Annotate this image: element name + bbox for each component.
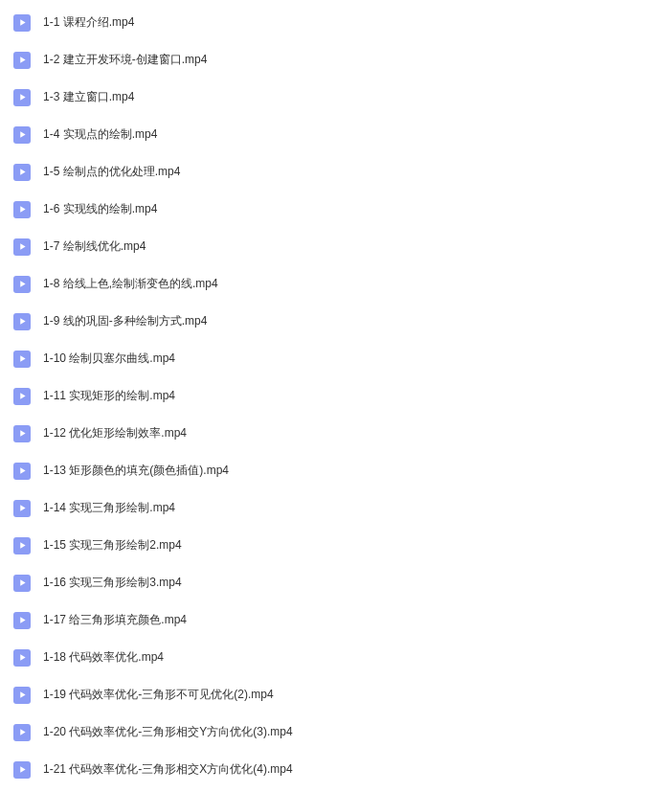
video-file-icon [13, 126, 31, 144]
video-file-icon [13, 612, 31, 629]
file-name-label: 1-11 实现矩形的绘制.mp4 [43, 388, 175, 404]
file-name-label: 1-7 绘制线优化.mp4 [43, 238, 146, 255]
file-item[interactable]: 1-13 矩形颜色的填充(颜色插值).mp4 [0, 452, 672, 489]
file-name-label: 1-4 实现点的绘制.mp4 [43, 126, 157, 143]
video-file-icon [13, 52, 31, 69]
video-file-icon [13, 500, 31, 517]
file-item[interactable]: 1-10 绘制贝塞尔曲线.mp4 [0, 340, 672, 377]
video-file-icon [13, 351, 31, 368]
file-item[interactable]: 1-11 实现矩形的绘制.mp4 [0, 377, 672, 415]
file-name-label: 1-19 代码效率优化-三角形不可见优化(2).mp4 [43, 687, 274, 703]
file-name-label: 1-20 代码效率优化-三角形相交Y方向优化(3).mp4 [43, 724, 293, 740]
video-file-icon [13, 575, 31, 592]
file-item[interactable]: 1-6 实现线的绘制.mp4 [0, 191, 672, 228]
video-file-icon [13, 89, 31, 106]
file-name-label: 1-16 实现三角形绘制3.mp4 [43, 575, 182, 591]
file-name-label: 1-13 矩形颜色的填充(颜色插值).mp4 [43, 463, 229, 479]
file-item[interactable]: 1-12 优化矩形绘制效率.mp4 [0, 415, 672, 452]
video-file-icon [13, 276, 31, 293]
file-item[interactable]: 1-9 线的巩固-多种绘制方式.mp4 [0, 303, 672, 340]
file-item[interactable]: 1-2 建立开发环境-创建窗口.mp4 [0, 41, 672, 79]
file-item[interactable]: 1-21 代码效率优化-三角形相交X方向优化(4).mp4 [0, 751, 672, 788]
video-file-icon [13, 761, 31, 779]
file-item[interactable]: 1-17 给三角形填充颜色.mp4 [0, 601, 672, 639]
file-item[interactable]: 1-16 实现三角形绘制3.mp4 [0, 564, 672, 601]
file-item[interactable]: 1-3 建立窗口.mp4 [0, 79, 672, 116]
video-file-icon [13, 388, 31, 405]
file-name-label: 1-9 线的巩固-多种绘制方式.mp4 [43, 313, 207, 329]
file-list: 1-1 课程介绍.mp41-2 建立开发环境-创建窗口.mp41-3 建立窗口.… [0, 4, 672, 788]
file-name-label: 1-5 绘制点的优化处理.mp4 [43, 164, 180, 180]
file-item[interactable]: 1-5 绘制点的优化处理.mp4 [0, 153, 672, 191]
file-name-label: 1-1 课程介绍.mp4 [43, 14, 134, 31]
file-item[interactable]: 1-4 实现点的绘制.mp4 [0, 116, 672, 153]
video-file-icon [13, 425, 31, 442]
video-file-icon [13, 463, 31, 480]
file-item[interactable]: 1-18 代码效率优化.mp4 [0, 639, 672, 676]
video-file-icon [13, 724, 31, 741]
file-name-label: 1-2 建立开发环境-创建窗口.mp4 [43, 52, 207, 68]
file-name-label: 1-10 绘制贝塞尔曲线.mp4 [43, 351, 175, 367]
file-item[interactable]: 1-19 代码效率优化-三角形不可见优化(2).mp4 [0, 676, 672, 713]
file-name-label: 1-8 给线上色,绘制渐变色的线.mp4 [43, 276, 218, 292]
video-file-icon [13, 687, 31, 704]
video-file-icon [13, 14, 31, 32]
video-file-icon [13, 201, 31, 218]
video-file-icon [13, 649, 31, 667]
video-file-icon [13, 537, 31, 554]
file-name-label: 1-14 实现三角形绘制.mp4 [43, 500, 175, 516]
file-item[interactable]: 1-20 代码效率优化-三角形相交Y方向优化(3).mp4 [0, 713, 672, 751]
file-name-label: 1-15 实现三角形绘制2.mp4 [43, 537, 182, 554]
file-name-label: 1-21 代码效率优化-三角形相交X方向优化(4).mp4 [43, 761, 293, 778]
file-item[interactable]: 1-15 实现三角形绘制2.mp4 [0, 527, 672, 564]
file-item[interactable]: 1-7 绘制线优化.mp4 [0, 228, 672, 265]
file-name-label: 1-6 实现线的绘制.mp4 [43, 201, 157, 217]
file-item[interactable]: 1-8 给线上色,绘制渐变色的线.mp4 [0, 265, 672, 303]
file-name-label: 1-3 建立窗口.mp4 [43, 89, 134, 105]
file-name-label: 1-18 代码效率优化.mp4 [43, 649, 164, 666]
video-file-icon [13, 313, 31, 330]
file-item[interactable]: 1-14 实现三角形绘制.mp4 [0, 489, 672, 527]
video-file-icon [13, 164, 31, 181]
file-item[interactable]: 1-1 课程介绍.mp4 [0, 4, 672, 41]
video-file-icon [13, 238, 31, 256]
file-name-label: 1-17 给三角形填充颜色.mp4 [43, 612, 187, 628]
file-name-label: 1-12 优化矩形绘制效率.mp4 [43, 425, 187, 441]
